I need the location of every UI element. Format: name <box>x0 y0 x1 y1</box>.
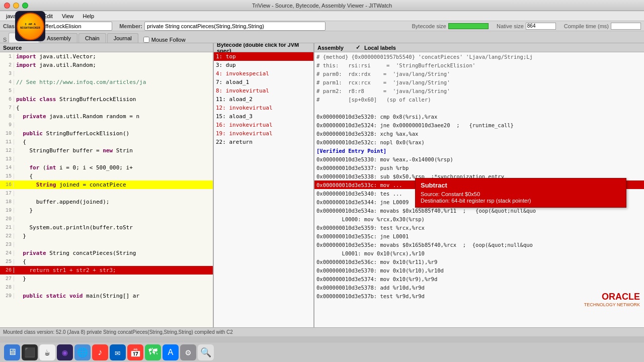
source-header-label: Source <box>3 45 22 51</box>
asm-row-10: 0x000000010d3e5328: xchg %ax,%ax <box>314 129 644 138</box>
asm-row-22: 0x000000010d3e535e: movabs $0x165b85f40,… <box>314 240 644 249</box>
asm-row-6: # [sp+0x60] (sp of caller) <box>314 95 644 104</box>
bytecode-content[interactable]: 1: top 3: dup 4: invokespecial 7: aload_… <box>214 52 313 327</box>
source-line-10: 10 public StringBufferLockElision() <box>0 129 213 138</box>
dock-icon-terminal[interactable]: ⬛ <box>22 344 38 360</box>
app-logo: I AM ANIGHTHACKER <box>15 11 45 41</box>
source-line-5: 5 <box>0 86 213 95</box>
assembly-header-label: Assembly <box>317 45 344 51</box>
dock-icon-maps[interactable]: 🗺 <box>145 344 161 360</box>
bc-row-2[interactable]: 3: dup <box>214 61 313 69</box>
source-line-28: 28 <box>0 283 213 292</box>
bytecode-size-label: Bytecode size <box>412 23 446 29</box>
asm-row-25: 0x000000010d3e5370: mov 0x10(%r10),%r10d <box>314 266 644 275</box>
mouse-follow-toggle[interactable]: Mouse Follow <box>143 37 186 43</box>
asm-row-blank <box>314 104 644 112</box>
native-size-input[interactable] <box>526 23 556 30</box>
dock-icon-java[interactable]: ☕ <box>39 344 55 360</box>
mouse-follow-checkbox[interactable] <box>143 37 149 43</box>
menu-view[interactable]: View <box>58 13 78 20</box>
tooltip-line1: Source: Constant $0x50 <box>421 191 621 197</box>
dock-icon-eclipse[interactable]: ◉ <box>57 344 73 360</box>
asm-row-11: 0x000000010d3e532c: nopl 0x0(%rax) <box>314 138 644 146</box>
source-line-4: 4 // See http://www.infoq.com/articles/j… <box>0 78 213 86</box>
source-panel-header: Source <box>0 43 213 52</box>
tab-assembly[interactable]: Assembly <box>40 33 77 43</box>
asm-row-20: 0x000000010d3e5359: test %rcx,%rcx <box>314 223 644 232</box>
source-panel: Source 1 import java.util.Vector; 2 impo… <box>0 43 214 327</box>
source-line-27: 27 } <box>0 275 213 283</box>
window-title: TriView - Source, Bytecode, Assembly Vie… <box>252 3 392 9</box>
source-line-6: 6 public class StringBufferLockElision <box>0 95 213 104</box>
source-line-17: 17 <box>0 189 213 198</box>
source-line-25: 25 { <box>0 257 213 266</box>
source-line-22: 22 } <box>0 232 213 240</box>
menu-bar: java File Edit View Help <box>0 11 644 21</box>
source-line-15: 15 { <box>0 172 213 180</box>
native-size-label: Native size <box>497 23 524 29</box>
dock-icon-search[interactable]: 🔍 <box>198 344 214 360</box>
dock-icon-mail[interactable]: ✉ <box>110 344 126 360</box>
member-bar: Class: Member: Bytecode size Native size… <box>0 21 644 31</box>
bc-row-6[interactable]: 11: aload_2 <box>214 95 313 104</box>
member-input[interactable] <box>144 22 326 31</box>
local-labels-label: Local labels <box>364 45 396 51</box>
bc-row-7[interactable]: 12: invokevirtual <box>214 104 313 112</box>
source-line-2: 2 import java.util.Random; <box>0 61 213 69</box>
dock-icon-browser[interactable]: 🌐 <box>74 344 91 360</box>
source-line-12: 12 StringBuffer buffer = new Strin <box>0 146 213 155</box>
asm-row-9: 0x000000010d3e5324: jne 0x000000010d3aee… <box>314 121 644 129</box>
source-line-8: 8 private java.util.Random random = n <box>0 112 213 121</box>
bc-row-3[interactable]: 4: invokespecial <box>214 69 313 78</box>
oracle-brand-text: ORACLE <box>584 292 640 302</box>
asm-row-12: 0x000000010d3e5330: mov %eax,-0x14000(%r… <box>314 155 644 163</box>
bc-row-4[interactable]: 7: aload_1 <box>214 78 313 86</box>
bc-row-8[interactable]: 15: aload_3 <box>214 112 313 121</box>
native-size-group: Native size <box>497 23 556 30</box>
asm-row-27: 0x000000010d3e5378: add %r10d,%r9d <box>314 283 644 292</box>
source-line-7: 7 { <box>0 104 213 112</box>
member-label: Member: <box>119 23 142 29</box>
compile-time-label: Compile time (ms) <box>564 23 609 29</box>
source-tab-label: S <box>3 37 7 43</box>
dock-icon-calendar[interactable]: 📅 <box>127 344 143 360</box>
minimize-button[interactable] <box>13 3 19 9</box>
oracle-logo: ORACLE TECHNOLOGY NETWORK <box>584 292 640 307</box>
tab-chain[interactable]: Chain <box>78 33 106 43</box>
maximize-button[interactable] <box>22 3 28 9</box>
bc-row-9[interactable]: 16: invokevirtual <box>214 121 313 129</box>
tooltip-popup: Subtract Source: Constant $0x50 Destinat… <box>415 178 626 208</box>
bc-row-1[interactable]: 1: top <box>214 52 313 61</box>
dock-icon-finder[interactable]: 🖥 <box>4 344 20 360</box>
bytecode-size-group: Bytecode size <box>412 23 488 29</box>
assembly-content[interactable]: # {method} {0x00000001957b5540} 'concatP… <box>314 52 644 327</box>
source-line-11: 11 { <box>0 138 213 146</box>
source-content[interactable]: 1 import java.util.Vector; 2 import java… <box>0 52 213 327</box>
title-bar: I AM ANIGHTHACKER TriView - Source, Byte… <box>0 0 644 11</box>
bc-row-11[interactable]: 22: areturn <box>214 138 313 146</box>
menu-help[interactable]: Help <box>79 13 99 20</box>
compile-time-input[interactable] <box>611 23 641 30</box>
compile-time-group: Compile time (ms) <box>564 23 641 30</box>
tooltip-line2: Destination: 64-bit register rsp (stack … <box>421 198 621 204</box>
asm-row-24: 0x000000010d3e536c: mov 0x10(%r11),%r9 <box>314 257 644 266</box>
dock-icon-music[interactable]: ♪ <box>92 344 108 360</box>
asm-row-19: L0000: mov %rcx,0x30(%rsp) <box>314 215 644 223</box>
bytecode-panel: Bytecode (double click for JVM spec) 1: … <box>214 43 314 327</box>
close-button[interactable] <box>4 3 10 9</box>
asm-row-4: # parm1: rcx:rcx = 'java/lang/String' <box>314 78 644 86</box>
bc-row-10[interactable]: 19: invokevirtual <box>214 129 313 138</box>
source-line-26: 26 return str1 + str2 + str3; <box>0 266 213 275</box>
bc-row-5[interactable]: 8: invokevirtual <box>214 86 313 95</box>
dock-bar: 🖥 ⬛ ☕ ◉ 🌐 ♪ ✉ 📅 🗺 A ⚙ 🔍 <box>0 342 644 362</box>
asm-row-23: L0001: mov 0x10(%rcx),%r10 <box>314 249 644 257</box>
asm-row-1: # {method} {0x00000001957b5540} 'concatP… <box>314 52 644 61</box>
asm-row-21: 0x000000010d3e535c: jne L0001 <box>314 232 644 240</box>
status-bar: Mounted class version: 52.0 (Java 8) pri… <box>0 327 644 336</box>
oracle-sub-text: TECHNOLOGY NETWORK <box>584 302 640 307</box>
dock-icon-appstore[interactable]: A <box>163 344 179 360</box>
source-line-1: 1 import java.util.Vector; <box>0 52 213 61</box>
dock-icon-settings[interactable]: ⚙ <box>180 344 196 360</box>
asm-row-label: [Verified Entry Point] <box>314 146 644 155</box>
tab-journal[interactable]: Journal <box>107 33 138 43</box>
